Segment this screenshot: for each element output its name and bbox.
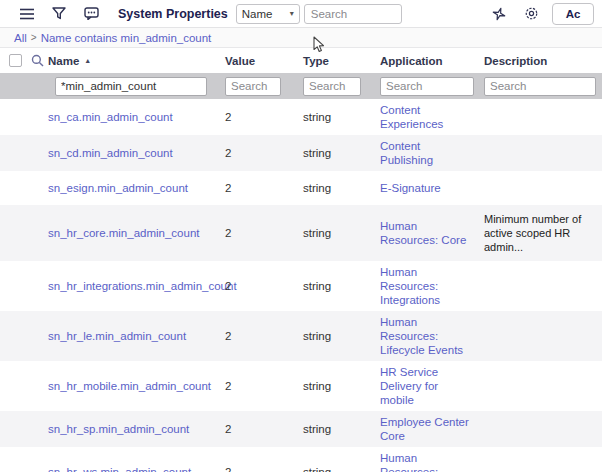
property-name-link[interactable]: sn_hr_integrations.min_admin_count bbox=[48, 279, 225, 293]
page-title: System Properties bbox=[118, 7, 228, 21]
column-filter-row bbox=[0, 73, 602, 99]
column-header-application[interactable]: Application bbox=[380, 55, 484, 67]
application-link[interactable]: Content Publishing bbox=[380, 139, 484, 167]
property-type: string bbox=[303, 226, 380, 240]
table-header-row: Name ▲ Value Type Application Descriptio… bbox=[0, 48, 602, 73]
property-value: 2 bbox=[225, 146, 303, 160]
table-row: sn_hr_sp.min_admin_count 2 string Employ… bbox=[0, 411, 602, 447]
property-type: string bbox=[303, 422, 380, 436]
property-type: string bbox=[303, 379, 380, 393]
table-row: sn_hr_core.min_admin_count 2 string Huma… bbox=[0, 205, 602, 261]
ai-sparkle-icon[interactable] bbox=[490, 5, 508, 23]
toolbar-right-group: Ac bbox=[476, 3, 594, 25]
property-type: string bbox=[303, 110, 380, 124]
chat-bubble-icon[interactable] bbox=[82, 5, 100, 23]
property-name-link[interactable]: sn_hr_le.min_admin_count bbox=[48, 329, 225, 343]
description-filter-input[interactable] bbox=[484, 77, 596, 96]
application-link[interactable]: Human Resources: Core bbox=[380, 219, 484, 247]
column-header-value[interactable]: Value bbox=[225, 55, 303, 67]
property-value: 2 bbox=[225, 181, 303, 195]
value-filter-input[interactable] bbox=[225, 77, 281, 96]
application-link[interactable]: E-Signature bbox=[380, 181, 484, 195]
property-type: string bbox=[303, 181, 380, 195]
application-link[interactable]: Employee Center Core bbox=[380, 415, 484, 443]
column-header-name[interactable]: Name ▲ bbox=[48, 55, 225, 67]
application-link[interactable]: Content Experiences bbox=[380, 103, 484, 131]
property-name-link[interactable]: sn_esign.min_admin_count bbox=[48, 181, 225, 195]
table-row: sn_ca.min_admin_count 2 string Content E… bbox=[0, 99, 602, 135]
table-row: sn_cd.min_admin_count 2 string Content P… bbox=[0, 135, 602, 171]
property-value: 2 bbox=[225, 279, 303, 293]
table-row: sn_esign.min_admin_count 2 string E-Sign… bbox=[0, 171, 602, 205]
breadcrumb-filter-link[interactable]: Name contains min_admin_count bbox=[41, 32, 212, 44]
property-description: Minimum number of active scoped HR admin… bbox=[484, 212, 602, 254]
property-value: 2 bbox=[225, 226, 303, 240]
application-filter-input[interactable] bbox=[380, 77, 474, 96]
column-header-type[interactable]: Type bbox=[303, 55, 380, 67]
gear-icon[interactable] bbox=[522, 5, 540, 23]
search-field-selector-value: Name bbox=[242, 8, 273, 20]
type-filter-input[interactable] bbox=[303, 77, 361, 96]
search-field-selector[interactable]: Name ▾ bbox=[236, 4, 300, 24]
table-row: sn_hr_ws.min_admin_count 2 string Human … bbox=[0, 447, 602, 472]
property-value: 2 bbox=[225, 465, 303, 472]
table-body: sn_ca.min_admin_count 2 string Content E… bbox=[0, 99, 602, 472]
application-link[interactable]: Human Resources: Lifecycle Events bbox=[380, 315, 484, 357]
property-type: string bbox=[303, 146, 380, 160]
application-link[interactable]: HR Service Delivery for mobile bbox=[380, 365, 484, 407]
property-name-link[interactable]: sn_hr_core.min_admin_count bbox=[48, 226, 225, 240]
select-all-checkbox[interactable] bbox=[9, 54, 22, 67]
breadcrumb-separator: > bbox=[31, 32, 37, 43]
property-value: 2 bbox=[225, 379, 303, 393]
property-name-link[interactable]: sn_ca.min_admin_count bbox=[48, 110, 225, 124]
list-toolbar: System Properties Name ▾ Ac bbox=[0, 0, 602, 28]
property-type: string bbox=[303, 329, 380, 343]
actions-button[interactable]: Ac bbox=[552, 3, 594, 25]
name-filter-input[interactable] bbox=[55, 77, 207, 96]
search-icon[interactable] bbox=[31, 54, 44, 67]
property-value: 2 bbox=[225, 110, 303, 124]
table-row: sn_hr_integrations.min_admin_count 2 str… bbox=[0, 261, 602, 311]
system-properties-list-page: System Properties Name ▾ Ac All > Name c… bbox=[0, 0, 602, 472]
application-link[interactable]: Human Resources: Workspace bbox=[380, 451, 484, 472]
application-link[interactable]: Human Resources: Integrations bbox=[380, 265, 484, 307]
property-value: 2 bbox=[225, 422, 303, 436]
list-search-input[interactable] bbox=[304, 4, 402, 24]
chevron-down-icon: ▾ bbox=[290, 9, 294, 18]
table-row: sn_hr_le.min_admin_count 2 string Human … bbox=[0, 311, 602, 361]
property-value: 2 bbox=[225, 329, 303, 343]
property-name-link[interactable]: sn_hr_sp.min_admin_count bbox=[48, 422, 225, 436]
property-name-link[interactable]: sn_hr_mobile.min_admin_count bbox=[48, 379, 225, 393]
property-type: string bbox=[303, 279, 380, 293]
table-row: sn_hr_mobile.min_admin_count 2 string HR… bbox=[0, 361, 602, 411]
breadcrumb-all-link[interactable]: All bbox=[14, 32, 27, 44]
property-name-link[interactable]: sn_hr_ws.min_admin_count bbox=[48, 465, 225, 472]
breadcrumb: All > Name contains min_admin_count bbox=[0, 28, 602, 48]
menu-icon[interactable] bbox=[18, 5, 36, 23]
column-header-description[interactable]: Description bbox=[484, 55, 602, 67]
filter-icon[interactable] bbox=[50, 5, 68, 23]
property-type: string bbox=[303, 465, 380, 472]
property-name-link[interactable]: sn_cd.min_admin_count bbox=[48, 146, 225, 160]
sort-ascending-icon: ▲ bbox=[84, 57, 91, 64]
